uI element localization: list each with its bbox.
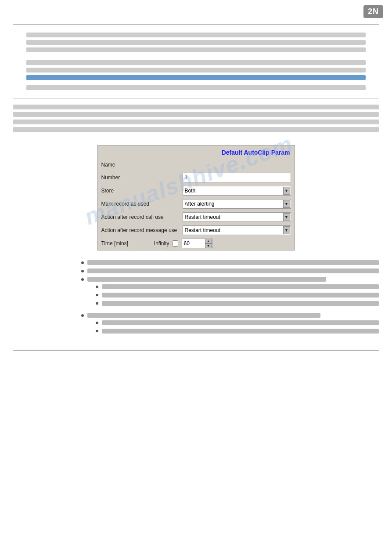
text-line bbox=[13, 105, 379, 109]
list-item bbox=[96, 284, 379, 289]
infinity-label: Infinity bbox=[145, 240, 169, 247]
spin-up-button[interactable]: ▲ bbox=[205, 239, 212, 243]
action-call-select[interactable]: Restart timeout Delete record Mark as us… bbox=[183, 212, 291, 222]
bullet-text bbox=[87, 277, 326, 282]
bullet-text bbox=[102, 329, 379, 334]
bullet-text bbox=[87, 260, 379, 265]
bullet-text bbox=[102, 301, 379, 306]
time-row: Time [mins] Infinity ▲ ▼ bbox=[98, 237, 295, 250]
bullet-section bbox=[81, 260, 379, 337]
content-block-1 bbox=[13, 33, 379, 90]
list-item bbox=[81, 268, 379, 273]
number-label: Number bbox=[101, 174, 183, 181]
text-line bbox=[13, 127, 379, 132]
sub-bullet-dot bbox=[96, 302, 98, 305]
action-message-row: Action after record message use Restart … bbox=[98, 224, 295, 237]
form-panel: Default AutoClip Param Name Number Store… bbox=[97, 145, 295, 250]
bullet-text bbox=[87, 268, 379, 273]
action-message-label: Action after record message use bbox=[101, 227, 183, 233]
bullet-dot bbox=[81, 270, 84, 272]
name-label: Name bbox=[101, 162, 183, 168]
action-call-label: Action after record call use bbox=[101, 214, 183, 220]
action-message-select[interactable]: Restart timeout Delete record Mark as us… bbox=[183, 225, 291, 235]
list-item bbox=[96, 301, 379, 306]
infinity-checkbox[interactable] bbox=[172, 240, 178, 247]
action-message-select-wrapper: Restart timeout Delete record Mark as us… bbox=[183, 225, 291, 235]
spin-down-button[interactable]: ▼ bbox=[205, 243, 212, 248]
text-line bbox=[26, 60, 366, 65]
sub-bullet-section bbox=[96, 320, 379, 334]
list-item bbox=[81, 277, 379, 309]
bullet-text bbox=[102, 320, 379, 325]
action-call-row: Action after record call use Restart tim… bbox=[98, 210, 295, 224]
bullet-text bbox=[102, 284, 379, 289]
list-item bbox=[81, 260, 379, 265]
logo-area: 2N bbox=[363, 5, 383, 18]
store-row: Store Both Incoming Outgoing ▼ bbox=[98, 184, 295, 197]
name-row: Name bbox=[98, 159, 295, 171]
sub-bullet-dot bbox=[96, 294, 98, 296]
link-line[interactable] bbox=[26, 75, 366, 80]
action-call-select-wrapper: Restart timeout Delete record Mark as us… bbox=[183, 212, 291, 222]
text-line bbox=[13, 120, 379, 124]
bullet-text bbox=[87, 313, 320, 318]
list-item bbox=[81, 313, 379, 337]
bullet-text bbox=[102, 293, 379, 297]
mark-record-row: Mark record as used After alerting After… bbox=[98, 197, 295, 210]
form-panel-wrapper: Default AutoClip Param Name Number Store… bbox=[13, 145, 379, 250]
bullet-dot bbox=[81, 278, 84, 281]
mark-record-select-wrapper: After alerting After answer Never ▼ bbox=[183, 199, 291, 209]
bullet-dot bbox=[81, 261, 84, 264]
spin-buttons: ▲ ▼ bbox=[205, 239, 212, 248]
form-title: Default AutoClip Param bbox=[222, 149, 290, 156]
text-line bbox=[26, 68, 366, 73]
list-item bbox=[96, 329, 379, 334]
store-select-wrapper: Both Incoming Outgoing ▼ bbox=[183, 186, 291, 196]
paragraph-1 bbox=[26, 33, 366, 52]
mid-divider bbox=[13, 98, 379, 98]
form-title-row: Default AutoClip Param bbox=[98, 145, 295, 159]
list-item bbox=[96, 320, 379, 325]
sub-bullet-dot bbox=[96, 322, 98, 324]
content-block-2 bbox=[13, 105, 379, 132]
sub-bullet-dot bbox=[96, 330, 98, 332]
bullet-dot bbox=[81, 314, 84, 317]
store-select[interactable]: Both Incoming Outgoing bbox=[183, 186, 291, 196]
store-label: Store bbox=[101, 188, 183, 194]
sub-bullet-dot bbox=[96, 286, 98, 288]
time-label: Time [mins] bbox=[101, 240, 145, 247]
number-input[interactable] bbox=[183, 173, 291, 182]
text-line bbox=[26, 85, 366, 90]
text-line bbox=[26, 47, 366, 52]
top-divider bbox=[13, 24, 379, 25]
sub-bullet-section bbox=[96, 284, 379, 306]
time-spinbox: ▲ ▼ bbox=[182, 239, 212, 248]
list-item bbox=[96, 293, 379, 297]
text-line bbox=[26, 40, 366, 45]
number-row: Number bbox=[98, 171, 295, 184]
bottom-divider bbox=[13, 350, 379, 351]
text-line bbox=[26, 33, 366, 37]
mark-record-select[interactable]: After alerting After answer Never bbox=[183, 199, 291, 209]
text-line bbox=[13, 112, 379, 117]
time-input[interactable] bbox=[182, 239, 206, 248]
mark-record-label: Mark record as used bbox=[101, 201, 183, 207]
logo: 2N bbox=[363, 5, 383, 18]
